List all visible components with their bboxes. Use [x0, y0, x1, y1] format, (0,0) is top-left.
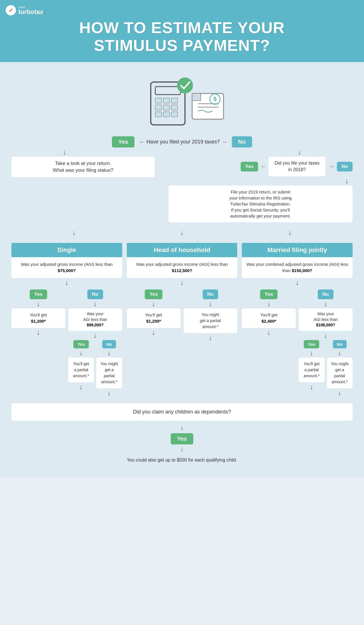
right-branch-1: Yes ← Did you file your taxesin 2018? → …	[168, 157, 353, 222]
col-mfj-header: Married filing jointly	[242, 243, 353, 257]
arrow-col2: ↓	[180, 229, 184, 236]
single-sub-yes: Yes	[73, 340, 89, 348]
svg-marker-13	[192, 93, 201, 101]
single-no-branch: No ↓ Was yourAGI less than$99,000? ↓ Yes…	[68, 289, 122, 398]
dependents-yes-button: Yes	[171, 433, 193, 444]
arrow-single-no: ↓	[93, 300, 97, 307]
no-filed-2019-button: No	[232, 136, 252, 147]
arrow-mfj-sub-no-down: ↓	[338, 390, 341, 396]
hoh-no: No	[203, 289, 218, 299]
single-yes-result: You'll get$1,200*	[11, 308, 65, 328]
hoh-yes: Yes	[145, 289, 162, 299]
arrow-hoh-no: ↓	[209, 300, 212, 307]
mfj-sub-yes-no: Yes ↓ You'll geta partialamount.* ↓ No ↓	[299, 340, 353, 398]
file-2019-instruction-box: File your 2019 return, or submityour inf…	[168, 185, 353, 222]
svg-rect-3	[163, 98, 170, 103]
final-note: You could also get up to $500 for each q…	[11, 458, 353, 463]
single-sub-question: Was yourAGI less than$99,000?	[68, 308, 122, 331]
arrow-hoh-yes-down: ↓	[152, 329, 155, 336]
single-sub-yes-result: You'll geta partialamount.*	[68, 358, 94, 382]
single-sub-yes-branch: Yes ↓ You'll geta partialamount.* ↓	[68, 340, 94, 398]
mfj-yes-result: You'll get$2,400*	[242, 308, 296, 328]
single-sub-no-branch: No ↓ You mightget a partialamount.* ↓	[96, 340, 122, 398]
bottom-yes-section: ↓ Yes ↓	[11, 423, 353, 454]
single-sub-yes-no: Yes ↓ You'll geta partialamount.* ↓ No ↓	[68, 340, 122, 398]
mfj-sub-yes: Yes	[304, 340, 319, 348]
arrow-hoh-q: ↓	[180, 279, 184, 286]
arrow-col1: ↓	[72, 229, 76, 236]
mfj-sub-no-result: You mightget a partialamount.*	[327, 358, 353, 388]
svg-rect-9	[163, 112, 170, 117]
arrow-single-yes-down: ↓	[37, 329, 40, 336]
calculator-check-illustration: $	[142, 73, 234, 128]
arrow-single-yes: ↓	[37, 300, 40, 307]
filed-2019-question: Have you filed your 2019 taxes?	[146, 139, 220, 145]
arrow-down-yes: ↓	[63, 149, 66, 155]
turbotax-label: turbotax.	[18, 9, 45, 15]
filed-2018-question: Did you file your taxesin 2018?	[268, 157, 325, 176]
mfj-yes-no: Yes ↓ You'll get$2,400* ↓ No ↓ Was yourA…	[242, 289, 353, 398]
col-mfj: Married filing jointly Was your combined…	[242, 243, 353, 398]
svg-text:$: $	[213, 96, 216, 102]
svg-rect-8	[155, 112, 162, 117]
col-single-question: Was your adjusted gross income (AGI) les…	[11, 257, 122, 278]
yes-filed-2018-button: Yes	[241, 162, 258, 171]
col-hoh-header: Head of household	[127, 243, 238, 257]
arrows-to-cols: ↓ ↓ ↓	[11, 228, 353, 237]
single-yes: Yes	[30, 289, 47, 299]
three-columns: Single Was your adjusted gross income (A…	[11, 243, 353, 398]
mfj-sub-question: Was yourAGI less than$198,000?	[299, 308, 353, 331]
svg-rect-1	[155, 87, 180, 95]
dependents-question-box: Did you claim any children as dependents…	[11, 403, 353, 421]
arrow-single-sub-no: ↓	[107, 350, 111, 356]
filed-question-row: Yes ← Have you filed your 2019 taxes? → …	[11, 133, 353, 147]
single-sub-no-result: You mightget a partialamount.*	[96, 358, 122, 388]
arrow-mfj-q: ↓	[295, 279, 299, 286]
arrow-left-icon: ←	[139, 139, 145, 145]
arrow-down-no: ↓	[298, 149, 301, 155]
single-no: No	[87, 289, 103, 299]
single-yes-branch: Yes ↓ You'll get$1,200* ↓	[11, 289, 65, 398]
arrow-mfj-no: ↓	[324, 300, 327, 307]
hoh-yes-branch: Yes ↓ You'll get$1,200* ↓	[127, 289, 181, 342]
arrow-col3: ↓	[288, 229, 292, 236]
arrow-mfj-sub-yes-down: ↓	[310, 384, 313, 390]
arrow-mfj-sub-q: ↓	[324, 332, 327, 339]
arrows-row-1: ↓ ↓	[11, 147, 353, 157]
arrow-hoh-no-down: ↓	[209, 334, 212, 341]
flowchart-section: Yes ← Have you filed your 2019 taxes? → …	[0, 133, 364, 477]
arrow-mfj-yes-down: ↓	[267, 329, 271, 336]
hero-section: $	[0, 62, 364, 133]
arrow-single-sub-q: ↓	[93, 332, 97, 339]
svg-rect-4	[171, 98, 178, 103]
hoh-yes-no: Yes ↓ You'll get$1,200* ↓ No ↓ You might…	[127, 289, 238, 342]
hero-illustration: $	[142, 73, 222, 125]
take-a-look-box: Take a look at your return.What was your…	[11, 157, 155, 177]
turbotax-logo-icon: ✓	[6, 5, 16, 15]
logo-text: intuit turbotax.	[18, 6, 45, 15]
no-filed-2018-button: No	[337, 162, 353, 171]
svg-rect-2	[155, 98, 162, 103]
arrow-right-2018: →	[329, 163, 335, 170]
arrow-right-icon: →	[222, 139, 227, 145]
filed-2018-row: Yes ← Did you file your taxesin 2018? → …	[168, 157, 353, 176]
mfj-sub-no: No	[333, 340, 347, 348]
col-single-header: Single	[11, 243, 122, 257]
col-mfj-question: Was your combined adjusted gross income …	[242, 257, 353, 278]
arrow-single-q: ↓	[65, 279, 69, 286]
arrow-mfj-yes: ↓	[267, 300, 271, 307]
mfj-sub-yes-branch: Yes ↓ You'll geta partialamount.* ↓	[299, 340, 324, 398]
single-yes-no: Yes ↓ You'll get$1,200* ↓ No ↓ Was yourA…	[11, 289, 122, 398]
arrow-left-2018: ←	[260, 163, 266, 170]
arrow-mfj-sub-yes: ↓	[310, 350, 313, 356]
arrow-single-sub-no-down: ↓	[107, 390, 111, 396]
arrow-single-sub-yes-down: ↓	[79, 384, 83, 390]
hoh-no-branch: No ↓ You mightget a partialamount.* ↓	[184, 289, 238, 342]
header: ✓ intuit turbotax. HOW TO ESTIMATE YOUR …	[0, 0, 364, 62]
svg-rect-5	[155, 105, 162, 110]
hoh-yes-result: You'll get$1,200*	[127, 308, 181, 328]
dependents-question-text: Did you claim any children as dependents…	[133, 409, 231, 415]
svg-rect-10	[171, 112, 178, 117]
svg-rect-7	[171, 105, 178, 110]
mfj-no: No	[318, 289, 333, 299]
